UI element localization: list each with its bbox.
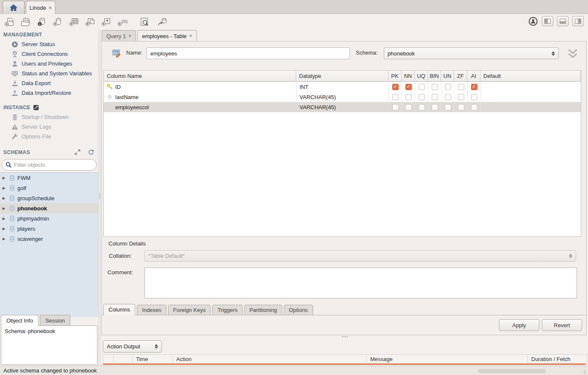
stepper-icon[interactable] bbox=[155, 344, 158, 349]
col-header-datatype[interactable]: Datatype bbox=[296, 71, 388, 81]
tab-employees-table[interactable]: employees - Table × bbox=[137, 30, 197, 41]
col-header-un[interactable]: UN bbox=[441, 71, 454, 81]
expander-icon[interactable]: ▶ bbox=[3, 217, 7, 221]
sidebar-item-startup-shutdown[interactable]: Startup / Shutdown bbox=[0, 112, 98, 122]
schema-item-phpmyadmin[interactable]: ▶ phpmyadmin bbox=[0, 213, 98, 223]
open-sql-script-icon[interactable]: SQL bbox=[19, 17, 32, 27]
checkbox-ai[interactable] bbox=[471, 104, 477, 110]
checkbox-zf[interactable] bbox=[458, 84, 464, 90]
column-row-lastname[interactable]: lastName VARCHAR(45) bbox=[104, 92, 581, 102]
checkbox-un[interactable] bbox=[445, 104, 451, 110]
create-procedure-icon[interactable] bbox=[100, 17, 113, 27]
checkbox-bin[interactable] bbox=[432, 84, 438, 90]
connection-tab[interactable]: Linode × bbox=[26, 1, 55, 14]
sidebar-item-client-connections[interactable]: Client Connections bbox=[0, 49, 98, 59]
output-col-time[interactable]: Time bbox=[133, 355, 173, 363]
home-tab[interactable] bbox=[3, 1, 25, 14]
schema-item-golf[interactable]: ▶ golf bbox=[0, 183, 98, 193]
col-header-zf[interactable]: ZF bbox=[454, 71, 467, 81]
expander-icon[interactable]: ▶ bbox=[3, 227, 7, 231]
checkbox-un[interactable] bbox=[445, 84, 451, 90]
sidebar-item-server-status[interactable]: Server Status bbox=[0, 39, 98, 49]
tab-triggers[interactable]: Triggers bbox=[212, 305, 242, 315]
apply-button[interactable]: Apply bbox=[499, 319, 539, 331]
revert-button[interactable]: Revert bbox=[542, 319, 582, 331]
search-objects-icon[interactable] bbox=[138, 17, 151, 27]
stepper-icon[interactable] bbox=[552, 51, 555, 56]
tab-session[interactable]: Session bbox=[40, 315, 70, 326]
checkbox-uq[interactable] bbox=[419, 94, 425, 100]
checkbox-un[interactable] bbox=[445, 94, 451, 100]
toggle-left-panel-icon[interactable] bbox=[542, 16, 553, 26]
tab-object-info[interactable]: Object Info bbox=[1, 315, 39, 326]
checkbox-pk[interactable] bbox=[392, 84, 399, 90]
col-header-ai[interactable]: AI bbox=[467, 71, 480, 81]
checkbox-bin[interactable] bbox=[432, 94, 438, 100]
checkbox-pk[interactable] bbox=[392, 94, 399, 100]
col-header-bin[interactable]: BIN bbox=[428, 71, 441, 81]
expander-icon[interactable]: ▶ bbox=[3, 207, 7, 210]
schema-item-fwm[interactable]: ▶ FWM bbox=[0, 173, 98, 183]
col-header-pk[interactable]: PK bbox=[388, 71, 402, 81]
sidebar-item-status-system-variables[interactable]: Status and System Variables bbox=[0, 69, 98, 78]
tab-options[interactable]: Options bbox=[284, 305, 313, 315]
refresh-schemas-icon[interactable] bbox=[87, 149, 95, 155]
col-header-column-name[interactable]: Column Name bbox=[104, 71, 296, 81]
tab-indexes[interactable]: Indexes bbox=[137, 305, 166, 315]
expander-icon[interactable]: ▶ bbox=[3, 196, 7, 200]
output-col-status[interactable] bbox=[103, 355, 114, 363]
create-schema-icon[interactable] bbox=[52, 17, 64, 27]
resize-grip[interactable]: ⣿ bbox=[583, 369, 587, 374]
schema-filter-input[interactable] bbox=[14, 162, 93, 168]
toggle-bottom-panel-icon[interactable] bbox=[557, 16, 569, 26]
checkbox-bin[interactable] bbox=[432, 104, 438, 110]
expand-schemas-icon[interactable] bbox=[74, 149, 81, 155]
checkbox-zf[interactable] bbox=[458, 104, 464, 110]
tab-columns[interactable]: Columns bbox=[103, 304, 135, 315]
close-icon[interactable]: × bbox=[128, 33, 131, 39]
checkbox-uq[interactable] bbox=[419, 104, 425, 110]
checkbox-nn[interactable] bbox=[405, 84, 412, 90]
schema-item-groupschedule[interactable]: ▶ groupSchedule bbox=[0, 193, 98, 203]
checkbox-ai[interactable] bbox=[471, 84, 477, 90]
horizontal-scrollbar[interactable] bbox=[478, 369, 546, 373]
sidebar-item-options-file[interactable]: Options File bbox=[0, 132, 98, 141]
schema-item-scavenger[interactable]: ▶ scavenger bbox=[0, 234, 98, 244]
checkbox-ai[interactable] bbox=[471, 94, 477, 100]
close-icon[interactable]: × bbox=[49, 5, 52, 11]
output-col-index[interactable] bbox=[114, 355, 133, 363]
sidebar-item-users-privileges[interactable]: Users and Privileges bbox=[0, 59, 98, 69]
column-row-id[interactable]: ID INT bbox=[104, 82, 581, 92]
schema-item-phonebook[interactable]: ▶ phonebook bbox=[0, 203, 98, 213]
output-col-message[interactable]: Message bbox=[367, 355, 528, 363]
tab-partitioning[interactable]: Partitioning bbox=[244, 305, 282, 315]
output-splitter[interactable]: ••• bbox=[100, 336, 588, 339]
col-header-default[interactable]: Default bbox=[480, 71, 581, 81]
sidebar-item-server-logs[interactable]: Server Logs bbox=[0, 122, 98, 132]
output-col-action[interactable]: Action bbox=[173, 355, 367, 363]
create-function-icon[interactable]: {0} bbox=[116, 17, 129, 27]
create-view-icon[interactable] bbox=[84, 17, 97, 27]
checkbox-nn[interactable] bbox=[405, 104, 412, 110]
output-col-duration[interactable]: Duration / Fetch bbox=[528, 355, 587, 363]
col-header-uq[interactable]: UQ bbox=[415, 71, 428, 81]
comment-textarea[interactable] bbox=[144, 267, 577, 298]
expander-icon[interactable]: ▶ bbox=[3, 237, 7, 241]
checkbox-pk[interactable] bbox=[392, 104, 399, 110]
checkbox-nn[interactable] bbox=[405, 94, 412, 100]
expand-form-icon[interactable] bbox=[566, 48, 579, 59]
column-row-employeescol[interactable]: employeescol VARCHAR(45) bbox=[104, 102, 581, 112]
output-type-select[interactable]: Action Output bbox=[103, 340, 162, 353]
checkbox-zf[interactable] bbox=[458, 94, 464, 100]
sidebar-item-data-export[interactable]: Data Export bbox=[0, 78, 98, 88]
database-info-icon[interactable] bbox=[36, 17, 48, 27]
tab-foreign-keys[interactable]: Foreign Keys bbox=[168, 305, 211, 315]
table-name-input[interactable] bbox=[147, 47, 350, 59]
schema-item-players[interactable]: ▶ players bbox=[0, 223, 98, 234]
connection-status-icon[interactable] bbox=[528, 17, 538, 26]
checkbox-uq[interactable] bbox=[419, 84, 425, 90]
schema-filter[interactable] bbox=[2, 159, 97, 171]
tab-query-1[interactable]: Query 1 × bbox=[102, 30, 136, 41]
new-sql-tab-icon[interactable]: SQL bbox=[3, 17, 16, 27]
expander-icon[interactable]: ▶ bbox=[3, 176, 7, 180]
